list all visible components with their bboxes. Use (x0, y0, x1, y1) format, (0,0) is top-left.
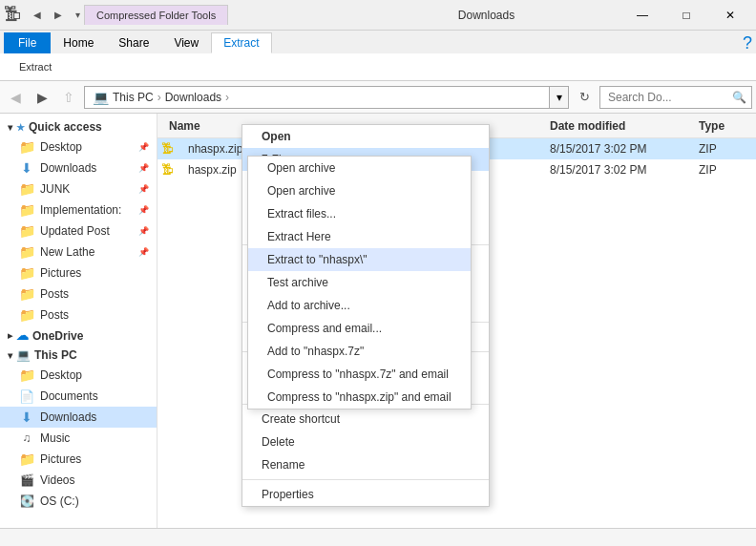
submenu-7zip: Open archive Open archive Extract files.… (247, 156, 472, 410)
sub-compressto7zemail[interactable]: Compress to "nhaspx.7z" and email (248, 363, 471, 386)
sub-compressemail-label: Compress and email... (267, 322, 382, 335)
sub-addarchive[interactable]: Add to archive... (248, 294, 471, 317)
sub-compressemail[interactable]: Compress and email... (248, 317, 471, 340)
sub-extractfiles-label: Extract files... (267, 207, 336, 220)
cm-delete[interactable]: Delete (242, 430, 489, 453)
sub-addto7z[interactable]: Add to "nhaspx.7z" (248, 340, 471, 363)
cm-rename-label: Rename (262, 458, 304, 472)
cm-open-label: Open (262, 130, 291, 143)
sub-extracthere[interactable]: Extract Here (248, 225, 471, 248)
sub-extractto-label: Extract to "nhaspx\" (267, 253, 368, 266)
sub-openarchive-2[interactable]: Open archive (248, 179, 471, 202)
cm-delete-label: Delete (262, 435, 295, 449)
sub-extractto[interactable]: Extract to "nhaspx\" (248, 248, 471, 271)
sub-openarchive-1[interactable]: Open archive (248, 157, 471, 179)
cm-properties[interactable]: Properties (242, 483, 489, 506)
sub-openarchive-1-label: Open archive (267, 161, 335, 175)
cm-sep-5 (242, 479, 489, 480)
sub-extracthere-label: Extract Here (267, 230, 331, 243)
sub-compressto7zemail-label: Compress to "nhaspx.7z" and email (267, 368, 449, 381)
sub-addto7z-label: Add to "nhaspx.7z" (267, 345, 364, 358)
sub-testarchive[interactable]: Test archive (248, 271, 471, 294)
sub-openarchive-2-label: Open archive (267, 184, 335, 198)
cm-createshortcut[interactable]: Create shortcut (242, 408, 489, 430)
sub-addarchive-label: Add to archive... (267, 299, 350, 312)
cm-properties-label: Properties (262, 488, 314, 501)
sub-extractfiles[interactable]: Extract files... (248, 202, 471, 225)
cm-open[interactable]: Open (242, 125, 489, 148)
context-menu-overlay: Open 7-Zip ▶ CRC SHA 🛡 Scan with Windows… (0, 0, 756, 546)
cm-createshortcut-label: Create shortcut (262, 412, 340, 426)
sub-testarchive-label: Test archive (267, 276, 328, 289)
sub-compresstozipemail-label: Compress to "nhaspx.zip" and email (267, 390, 452, 404)
sub-compresstozipemail[interactable]: Compress to "nhaspx.zip" and email (248, 386, 471, 409)
cm-rename[interactable]: Rename (242, 453, 489, 476)
